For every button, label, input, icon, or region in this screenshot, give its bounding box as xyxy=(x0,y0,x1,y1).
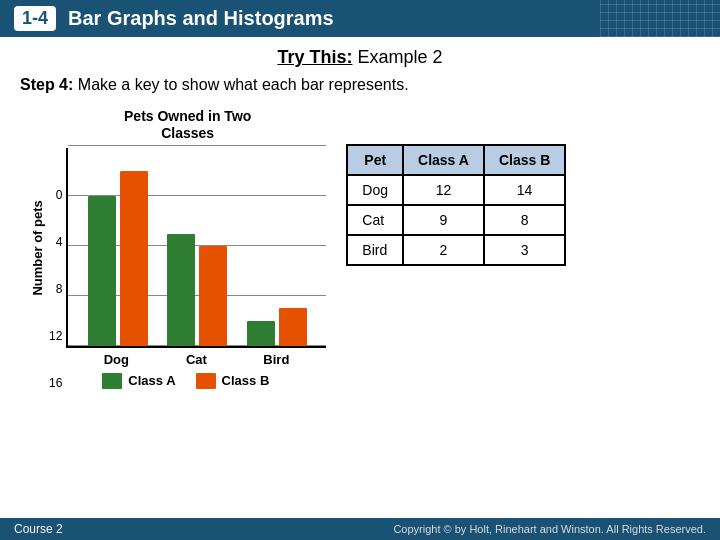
legend-class-a: Class A xyxy=(102,373,175,389)
bar-dog-class-a xyxy=(88,196,116,346)
chart-title-line1: Pets Owned in Two xyxy=(124,108,251,124)
chart-title-line2: Classes xyxy=(161,125,214,141)
bar-bird-class-a xyxy=(247,321,275,346)
bar-dog-class-b xyxy=(120,171,148,346)
chart-container: Pets Owned in Two Classes 16 12 8 4 0 xyxy=(49,108,326,389)
grid-line-16 xyxy=(68,145,326,146)
cell-bird-class-b: 3 xyxy=(484,235,565,265)
cell-dog-label: Dog xyxy=(347,175,403,205)
cell-bird-label: Bird xyxy=(347,235,403,265)
cell-dog-class-b: 14 xyxy=(484,175,565,205)
content: Try This: Example 2 Step 4: Make a key t… xyxy=(0,37,720,397)
bar-cat-class-b xyxy=(199,246,227,346)
legend-color-a xyxy=(102,373,122,389)
cell-dog-class-a: 12 xyxy=(403,175,484,205)
bar-group-cat xyxy=(167,234,227,346)
header-badge: 1-4 xyxy=(14,6,56,31)
chart-area: 16 12 8 4 0 xyxy=(49,148,326,389)
step4-text: Step 4: Make a key to show what each bar… xyxy=(20,76,700,94)
footer-copyright: Copyright © by Holt, Rinehart and Winsto… xyxy=(393,523,706,535)
footer: Course 2 Copyright © by Holt, Rinehart a… xyxy=(0,518,720,540)
legend-label-b: Class B xyxy=(222,373,270,388)
x-label-cat: Cat xyxy=(166,352,226,367)
y-axis-label: Number of pets xyxy=(30,108,45,389)
cell-cat-class-a: 9 xyxy=(403,205,484,235)
legend-class-b: Class B xyxy=(196,373,270,389)
step4-description: Make a key to show what each bar represe… xyxy=(78,76,409,93)
table-wrapper: Pet Class A Class B Dog 12 14 Cat 9 8 xyxy=(346,108,566,266)
chart-section: Number of pets Pets Owned in Two Classes… xyxy=(30,108,326,389)
header-title: Bar Graphs and Histograms xyxy=(68,7,334,30)
y-tick-8: 8 xyxy=(56,283,63,295)
chart-title: Pets Owned in Two Classes xyxy=(49,108,326,142)
x-label-dog: Dog xyxy=(86,352,146,367)
y-tick-16: 16 xyxy=(49,377,62,389)
bar-groups xyxy=(68,148,326,346)
table-row: Dog 12 14 xyxy=(347,175,565,205)
bars-with-grid xyxy=(66,148,326,348)
main-layout: Number of pets Pets Owned in Two Classes… xyxy=(30,108,700,389)
cell-cat-label: Cat xyxy=(347,205,403,235)
legend: Class A Class B xyxy=(102,373,326,389)
col-header-class-a: Class A xyxy=(403,145,484,175)
bar-bird-class-b xyxy=(279,308,307,346)
x-label-bird: Bird xyxy=(246,352,306,367)
legend-color-b xyxy=(196,373,216,389)
y-tick-0: 0 xyxy=(56,189,63,201)
cell-bird-class-a: 2 xyxy=(403,235,484,265)
bar-group-dog xyxy=(88,171,148,346)
y-tick-12: 12 xyxy=(49,330,62,342)
col-header-class-b: Class B xyxy=(484,145,565,175)
x-labels: Dog Cat Bird xyxy=(66,352,326,367)
y-ticks: 16 12 8 4 0 xyxy=(49,189,66,389)
bar-cat-class-a xyxy=(167,234,195,346)
y-tick-4: 4 xyxy=(56,236,63,248)
bar-group-bird xyxy=(247,308,307,346)
table-header-row: Pet Class A Class B xyxy=(347,145,565,175)
try-this-suffix: Example 2 xyxy=(357,47,442,67)
header: 1-4 Bar Graphs and Histograms xyxy=(0,0,720,37)
try-this-prefix: Try This: xyxy=(277,47,352,67)
bars-wrapper: Dog Cat Bird Class A C xyxy=(66,148,326,389)
table-row: Cat 9 8 xyxy=(347,205,565,235)
step4-label: Step 4: xyxy=(20,76,73,93)
col-header-pet: Pet xyxy=(347,145,403,175)
cell-cat-class-b: 8 xyxy=(484,205,565,235)
table-row: Bird 2 3 xyxy=(347,235,565,265)
try-this: Try This: Example 2 xyxy=(20,47,700,68)
legend-label-a: Class A xyxy=(128,373,175,388)
footer-course: Course 2 xyxy=(14,522,63,536)
data-table: Pet Class A Class B Dog 12 14 Cat 9 8 xyxy=(346,144,566,266)
